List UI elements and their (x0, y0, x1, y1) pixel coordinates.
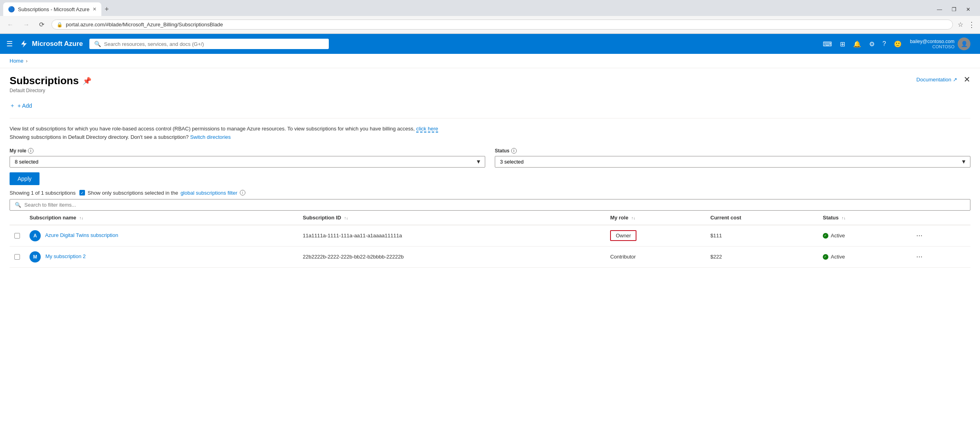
azure-logo[interactable]: Microsoft Azure (19, 39, 83, 49)
row1-cost-cell: $111 (705, 225, 818, 247)
notifications-button[interactable]: 🔔 (850, 38, 864, 50)
apply-button[interactable]: Apply (10, 172, 40, 185)
breadcrumb-separator: › (26, 58, 28, 64)
browser-menu-button[interactable]: ⋮ (968, 20, 975, 29)
documentation-link[interactable]: Documentation ↗ (917, 77, 957, 83)
url-text: portal.azure.com/#blade/Microsoft_Azure_… (66, 22, 223, 28)
row1-checkbox-cell (10, 225, 25, 247)
col-checkbox (10, 211, 25, 225)
info-text: View list of subscriptions for which you… (10, 125, 970, 142)
global-search-input[interactable] (104, 41, 324, 47)
subscriptions-table-wrapper: Subscription name ↑↓ Subscription ID ↑↓ … (10, 211, 970, 268)
row1-role-cell: Owner (605, 225, 705, 247)
forward-button[interactable]: → (21, 20, 32, 30)
search-filter-icon: 🔍 (15, 202, 21, 208)
external-link-icon: ↗ (953, 77, 957, 83)
hamburger-menu-button[interactable]: ☰ (6, 39, 13, 48)
row1-status-dot (823, 233, 828, 239)
url-box[interactable]: 🔒 portal.azure.com/#blade/Microsoft_Azur… (51, 20, 953, 30)
row1-name-cell: A Azure Digital Twins subscription (25, 225, 298, 247)
title-section: Subscriptions 📌 Default Directory (10, 75, 91, 93)
toolbar: ＋ + Add (10, 100, 970, 118)
sort-id-icon[interactable]: ↑↓ (344, 216, 348, 220)
user-avatar: 👤 (958, 37, 970, 50)
row1-more-options-button[interactable]: ⋯ (913, 230, 926, 241)
showing-row: Showing 1 of 1 subscriptions Show only s… (10, 190, 970, 196)
page-title: Subscriptions (10, 75, 79, 87)
user-section[interactable]: bailey@contoso.com CONTOSO 👤 (907, 36, 974, 52)
row2-more-options-button[interactable]: ⋯ (913, 251, 926, 262)
status-info-icon[interactable]: i (511, 148, 517, 154)
col-subscription-name: Subscription name ↑↓ (25, 211, 298, 225)
status-select-wrapper[interactable]: 3 selected ▼ (495, 156, 970, 168)
col-actions (908, 211, 970, 225)
azure-topbar: ☰ Microsoft Azure 🔍 ⌨ ⊞ 🔔 ⚙ ? 🙂 bailey@c… (0, 34, 980, 54)
address-bar: ← → ⟳ 🔒 portal.azure.com/#blade/Microsof… (0, 16, 980, 34)
breadcrumb-home[interactable]: Home (10, 58, 24, 64)
row1-id-cell: 11a1111a-1111-111a-aa11-a1aaaa11111a (298, 225, 605, 247)
sort-name-icon[interactable]: ↑↓ (79, 216, 83, 220)
search-filter-input[interactable] (24, 202, 965, 208)
feedback-button[interactable]: 🙂 (891, 38, 905, 50)
minimize-button[interactable]: — (934, 5, 945, 14)
tab-bar: 🔵 Subscriptions - Microsoft Azure ✕ + — … (0, 0, 980, 16)
row1-sub-icon: A (30, 230, 41, 241)
tab-title: Subscriptions - Microsoft Azure (18, 6, 89, 12)
row2-cost-cell: $222 (705, 246, 818, 267)
row2-checkbox[interactable] (14, 254, 20, 260)
page-title-section: Subscriptions 📌 (10, 75, 91, 87)
status-filter-group: Status i 3 selected ▼ (495, 148, 970, 168)
reload-button[interactable]: ⟳ (37, 19, 47, 30)
add-subscription-button[interactable]: ＋ + Add (10, 100, 32, 112)
row2-status-dot (823, 254, 828, 260)
row1-checkbox[interactable] (14, 233, 20, 239)
my-role-select[interactable]: 8 selected (10, 156, 485, 168)
tab-close-button[interactable]: ✕ (93, 6, 97, 12)
cloud-shell-button[interactable]: ⌨ (820, 38, 835, 50)
help-button[interactable]: ? (879, 38, 889, 50)
new-tab-button[interactable]: + (105, 5, 109, 14)
my-role-select-wrapper[interactable]: 8 selected ▼ (10, 156, 485, 168)
breadcrumb: Home › (0, 54, 980, 68)
global-filter-checkbox-label[interactable]: Show only subscriptions selected in the … (79, 190, 245, 196)
plus-icon: ＋ (10, 102, 15, 109)
user-org: CONTOSO (910, 44, 954, 49)
browser-chrome: 🔵 Subscriptions - Microsoft Azure ✕ + — … (0, 0, 980, 34)
user-info: bailey@contoso.com CONTOSO (910, 39, 954, 49)
row2-id-cell: 22b2222b-2222-222b-bb22-b2bbbb-22222b (298, 246, 605, 267)
row1-status-cell: Active (818, 225, 908, 247)
global-filter-checkbox[interactable] (79, 190, 85, 195)
row1-actions-cell: ⋯ (908, 225, 970, 247)
my-role-filter-group: My role i 8 selected ▼ (10, 148, 485, 168)
subscriptions-table: Subscription name ↑↓ Subscription ID ↑↓ … (10, 211, 970, 268)
filters-section: My role i 8 selected ▼ Status i 3 select… (10, 148, 970, 168)
row2-actions-cell: ⋯ (908, 246, 970, 267)
sort-role-icon[interactable]: ↑↓ (631, 216, 635, 220)
my-role-info-icon[interactable]: i (28, 148, 34, 154)
table-row: A Azure Digital Twins subscription 11a11… (10, 225, 970, 247)
favorites-button[interactable]: ☆ (958, 21, 963, 28)
row1-sub-name-link[interactable]: Azure Digital Twins subscription (45, 232, 118, 238)
directory-button[interactable]: ⊞ (837, 38, 848, 50)
settings-button[interactable]: ⚙ (866, 38, 878, 50)
azure-logo-icon (19, 39, 29, 49)
user-email: bailey@contoso.com (910, 39, 954, 44)
active-tab[interactable]: 🔵 Subscriptions - Microsoft Azure ✕ (3, 2, 101, 16)
maximize-button[interactable]: ❐ (948, 5, 960, 14)
global-filter-info-icon[interactable]: i (240, 190, 245, 195)
sort-status-icon[interactable]: ↑↓ (842, 216, 846, 220)
close-panel-button[interactable]: ✕ (964, 75, 970, 84)
row2-sub-name-link[interactable]: My subscription 2 (45, 253, 86, 259)
row2-checkbox-cell (10, 246, 25, 267)
click-here-link[interactable]: click here (416, 126, 438, 132)
global-search-bar[interactable]: 🔍 (89, 39, 329, 49)
search-filter-box[interactable]: 🔍 (10, 199, 970, 211)
window-close-button[interactable]: ✕ (963, 5, 974, 14)
back-button[interactable]: ← (5, 20, 16, 30)
status-select[interactable]: 3 selected (495, 156, 970, 168)
azure-tab-icon: 🔵 (8, 6, 15, 12)
switch-directories-link[interactable]: Switch directories (190, 134, 231, 140)
col-status: Status ↑↓ (818, 211, 908, 225)
global-subscriptions-filter-link[interactable]: global subscriptions filter (180, 190, 237, 196)
pin-icon[interactable]: 📌 (83, 77, 91, 85)
